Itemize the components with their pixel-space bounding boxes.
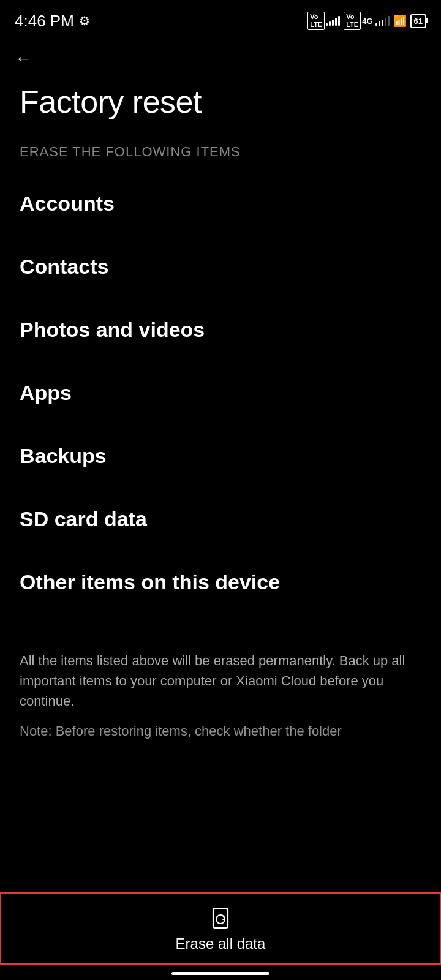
- home-bar: [172, 972, 270, 975]
- svg-rect-0: [213, 908, 228, 928]
- signal-bar: [326, 23, 328, 26]
- erase-svg-icon: [209, 907, 232, 929]
- signal-bar: [379, 21, 380, 26]
- signal-block-1: VoLTE: [307, 12, 340, 30]
- erase-items-list: Accounts Contacts Photos and videos Apps…: [0, 172, 441, 614]
- status-icons: VoLTE VoLTE 4G 📶 61: [307, 12, 426, 30]
- page-title: Factory reset: [0, 75, 441, 138]
- status-bar: 4:46 PM ⚙ VoLTE VoLTE 4G: [0, 0, 441, 37]
- volte-badge-2: VoLTE: [344, 12, 361, 30]
- signal-bar: [382, 20, 383, 26]
- settings-gear-icon: ⚙: [79, 13, 90, 28]
- signal-bars-1: [326, 16, 340, 26]
- list-item-photos-videos: Photos and videos: [20, 298, 421, 361]
- battery-icon: 61: [410, 14, 426, 28]
- signal-bar: [329, 21, 331, 26]
- signal-bars-2: [375, 16, 390, 26]
- signal-bar: [332, 20, 334, 26]
- list-item-sd-card: SD card data: [20, 488, 421, 551]
- section-header: ERASE THE FOLLOWING ITEMS: [0, 138, 441, 172]
- notice-section: All the items listed above will be erase…: [0, 614, 441, 753]
- erase-button-label: Erase all data: [176, 935, 266, 952]
- status-time: 4:46 PM ⚙: [15, 12, 90, 31]
- signal-block-2: VoLTE 4G: [344, 12, 389, 30]
- signal-bar: [338, 16, 340, 26]
- notice-text: All the items listed above will be erase…: [20, 650, 421, 711]
- list-item-accounts: Accounts: [20, 172, 421, 235]
- back-button[interactable]: ←: [0, 37, 441, 75]
- signal-bar: [335, 18, 337, 26]
- 4g-label: 4G: [362, 17, 372, 26]
- home-indicator: [0, 965, 441, 980]
- list-item-backups: Backups: [20, 424, 421, 488]
- bottom-bar: Erase all data: [0, 892, 441, 980]
- list-item-contacts: Contacts: [20, 235, 421, 298]
- erase-icon: [208, 906, 233, 930]
- list-item-other-items: Other items on this device: [20, 551, 421, 614]
- list-item-apps: Apps: [20, 361, 421, 424]
- wifi-icon: 📶: [393, 14, 407, 28]
- signal-bar: [375, 23, 377, 26]
- notice-partial-text: Note: Before restoring items, check whet…: [20, 721, 421, 741]
- volte-badge-1: VoLTE: [307, 12, 325, 30]
- signal-bar: [385, 18, 386, 26]
- back-arrow-icon: ←: [15, 49, 32, 68]
- erase-all-data-button[interactable]: Erase all data: [0, 892, 441, 965]
- signal-bar: [388, 16, 390, 26]
